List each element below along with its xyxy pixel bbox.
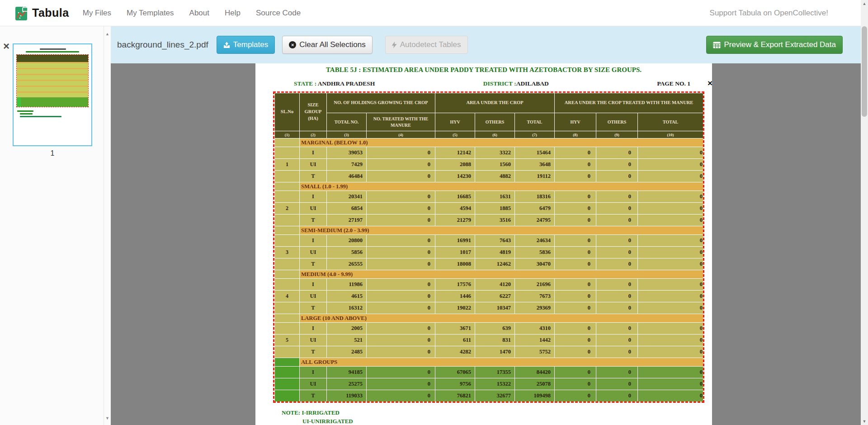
district-label: DISTRICT : bbox=[483, 80, 516, 87]
nav-help[interactable]: Help bbox=[225, 9, 241, 18]
note-line-2: UI-UNIRRIGATED bbox=[302, 417, 353, 425]
thumbnail-allgroups-block bbox=[17, 97, 21, 107]
thumbnail-subtitle-line bbox=[26, 51, 79, 53]
content-row: × 1 ▲ ▼ background_lines_2.pdf bbox=[0, 26, 868, 425]
table-selection[interactable] bbox=[273, 91, 704, 403]
page-thumbnail[interactable] bbox=[13, 43, 92, 146]
page-no-label: PAGE NO. 1 bbox=[657, 80, 690, 87]
nav-my-templates[interactable]: My Templates bbox=[127, 9, 174, 18]
window-scrollbar[interactable]: ▲ ▼ bbox=[861, 0, 868, 425]
brand-title[interactable]: Tabula bbox=[32, 6, 69, 19]
district-field: DISTRICT :ADILABAD bbox=[483, 80, 549, 87]
note-line-1: NOTE: I-IRRIGATED bbox=[282, 408, 353, 417]
clear-icon: × bbox=[289, 41, 296, 48]
remove-page-icon[interactable]: × bbox=[3, 42, 9, 51]
thumbnail-title-line bbox=[40, 48, 66, 50]
sidebar: × 1 ▲ ▼ bbox=[0, 26, 111, 425]
autodetect-tables-button[interactable]: Autodetect Tables bbox=[385, 36, 468, 54]
navbar: Tabula My Files My Templates About Help … bbox=[0, 0, 868, 26]
state-value: ANDHRA PRADESH bbox=[318, 80, 375, 87]
document-meta-line: STATE : ANDHRA PRADESH DISTRICT :ADILABA… bbox=[255, 80, 712, 87]
filename-label: background_lines_2.pdf bbox=[117, 40, 208, 50]
scrollbar-up-icon[interactable]: ▲ bbox=[861, 1, 868, 6]
nav-about[interactable]: About bbox=[189, 9, 209, 18]
export-button-label: Preview & Export Extracted Data bbox=[724, 40, 836, 49]
pdf-page[interactable]: TABLE 5J : ESTIMATED AREA UNDER PADDY TR… bbox=[255, 63, 712, 425]
thumbnail-note-line bbox=[17, 110, 33, 112]
document-area: TABLE 5J : ESTIMATED AREA UNDER PADDY TR… bbox=[111, 63, 868, 425]
thumbnail-note-line bbox=[20, 116, 61, 117]
tabula-logo-icon bbox=[15, 5, 28, 21]
lightning-icon bbox=[392, 42, 397, 48]
templates-button[interactable]: Templates bbox=[217, 36, 275, 54]
scrollbar-down-icon[interactable]: ▼ bbox=[861, 419, 868, 424]
clear-selections-button[interactable]: × Clear All Selections bbox=[282, 36, 372, 54]
autodetect-button-label: Autodetect Tables bbox=[400, 40, 461, 49]
scroll-down-icon[interactable]: ▼ bbox=[104, 416, 111, 420]
clear-button-label: Clear All Selections bbox=[299, 40, 365, 49]
document-note: NOTE: I-IRRIGATED UI-UNIRRIGATED bbox=[282, 408, 353, 425]
main-area: background_lines_2.pdf Templates × Clear… bbox=[111, 26, 868, 425]
scrollbar-thumb[interactable] bbox=[862, 26, 867, 117]
toolbar: background_lines_2.pdf Templates × Clear… bbox=[111, 26, 868, 63]
nav-my-files[interactable]: My Files bbox=[83, 9, 111, 18]
document-title: TABLE 5J : ESTIMATED AREA UNDER PADDY TR… bbox=[255, 63, 712, 74]
thumbnail-table-header bbox=[17, 55, 88, 62]
page-thumbnail-number: 1 bbox=[13, 149, 92, 158]
thumbnail-mini-table bbox=[16, 54, 89, 107]
preview-export-button[interactable]: Preview & Export Extracted Data bbox=[706, 36, 843, 54]
table-icon bbox=[713, 42, 721, 48]
nav-source-code[interactable]: Source Code bbox=[256, 9, 301, 18]
brand[interactable]: Tabula bbox=[15, 5, 69, 21]
sidebar-scrollbar[interactable]: ▲ ▼ bbox=[104, 26, 111, 425]
nav-links: My Files My Templates About Help Source … bbox=[83, 9, 301, 18]
state-field: STATE : ANDHRA PRADESH bbox=[294, 80, 375, 87]
district-value: ADILABAD bbox=[516, 80, 549, 87]
scroll-up-icon[interactable]: ▲ bbox=[104, 32, 111, 36]
thumbnail-table-body bbox=[17, 62, 88, 97]
templates-icon bbox=[223, 42, 230, 48]
thumbnail-table-footer bbox=[17, 97, 88, 107]
templates-button-label: Templates bbox=[233, 40, 268, 49]
state-label: STATE : bbox=[294, 80, 316, 87]
selection-close-icon[interactable]: × bbox=[708, 79, 712, 87]
thumbnail-note-line bbox=[20, 113, 33, 115]
nav-support-link[interactable]: Support Tabula on OpenCollective! bbox=[710, 9, 828, 18]
